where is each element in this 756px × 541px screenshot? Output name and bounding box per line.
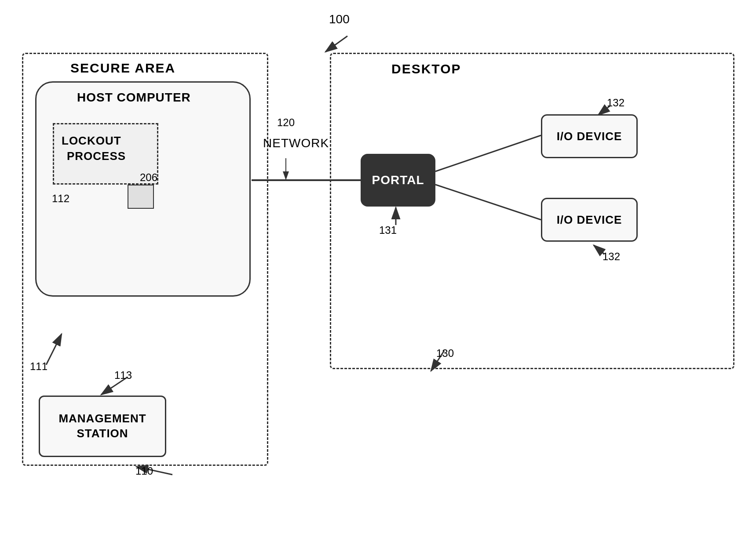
ref-100-label: 100 bbox=[329, 12, 350, 26]
io-device-box-2: I/O DEVICE bbox=[541, 198, 638, 242]
ref-130-label: 130 bbox=[436, 347, 454, 359]
portal-label: PORTAL bbox=[372, 173, 424, 187]
ref-132-bottom-label: 132 bbox=[603, 251, 620, 263]
ref-131-label: 131 bbox=[379, 224, 397, 236]
io-device-label-2: I/O DEVICE bbox=[557, 213, 622, 227]
ref-120-label: 120 bbox=[277, 116, 295, 129]
management-station-label: MANAGEMENTSTATION bbox=[58, 411, 146, 441]
lockout-label-line2: PROCESS bbox=[67, 149, 126, 163]
ref-110-label: 110 bbox=[135, 465, 153, 477]
diagram-container: 100 SECURE AREA HOST COMPUTER LOCKOUT PR… bbox=[0, 0, 756, 541]
io-device-box-1: I/O DEVICE bbox=[541, 114, 638, 158]
ref-111-label: 111 bbox=[30, 360, 47, 373]
ref-206-label: 206 bbox=[140, 171, 157, 184]
secure-area-label: SECURE AREA bbox=[70, 61, 175, 76]
io-device-label-1: I/O DEVICE bbox=[557, 130, 622, 143]
desktop-box bbox=[330, 53, 734, 369]
ref-113-label: 113 bbox=[114, 369, 132, 381]
management-station-box: MANAGEMENTSTATION bbox=[39, 396, 166, 457]
lockout-label-line1: LOCKOUT bbox=[62, 134, 121, 148]
host-computer-label: HOST COMPUTER bbox=[77, 91, 191, 105]
ref-112-label: 112 bbox=[52, 192, 69, 205]
svg-line-2 bbox=[325, 36, 347, 52]
box-206 bbox=[128, 185, 154, 209]
desktop-label: DESKTOP bbox=[391, 62, 461, 76]
portal-box: PORTAL bbox=[361, 154, 435, 207]
network-label: NETWORK bbox=[263, 136, 329, 150]
ref-132-top-label: 132 bbox=[607, 97, 625, 109]
